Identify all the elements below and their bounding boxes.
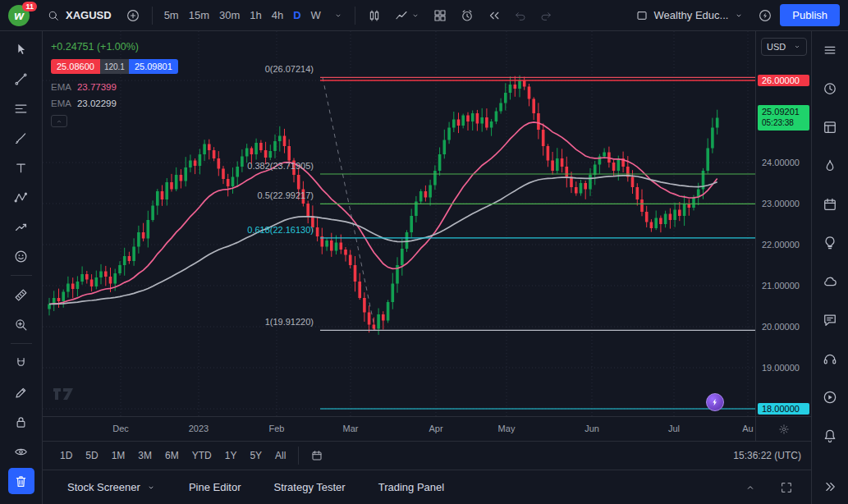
buy-price-button[interactable]: 25.09801: [129, 59, 178, 74]
interval-menu-button[interactable]: [328, 7, 348, 25]
tool-drawing-mode[interactable]: [8, 379, 34, 405]
tab-stock-screener[interactable]: Stock Screener: [67, 481, 156, 493]
toolbar-separator: [11, 275, 32, 276]
time-axis[interactable]: Dec2023FebMarAprMayJunJulAu: [43, 416, 811, 441]
tool-emoji[interactable]: [8, 243, 34, 269]
app-logo[interactable]: w 11: [8, 4, 34, 27]
redo-button[interactable]: [534, 5, 557, 26]
indicator-legend-ema-1[interactable]: EMA 23.77399: [51, 82, 178, 92]
sidebar-notifications-button[interactable]: [821, 427, 839, 445]
xabcd-icon: [13, 190, 29, 205]
tool-trend-line[interactable]: [8, 66, 34, 92]
range-6m[interactable]: 6M: [159, 447, 185, 465]
chevron-down-icon: [410, 11, 420, 21]
sidebar-calendar-button[interactable]: [821, 195, 839, 213]
toolbar-separator: [152, 7, 153, 25]
indicator-label: EMA: [51, 99, 71, 108]
undo-icon: [514, 9, 527, 22]
tool-zoom[interactable]: [8, 311, 34, 337]
range-1m[interactable]: 1M: [106, 447, 131, 465]
tool-remove-drawings[interactable]: [8, 468, 34, 494]
tab-label: Pine Editor: [189, 481, 241, 493]
range-ytd[interactable]: YTD: [186, 447, 218, 465]
tool-forecast[interactable]: [8, 213, 34, 240]
panel-icon: [822, 119, 838, 135]
compare-add-button[interactable]: [121, 4, 145, 27]
chart-style-button[interactable]: [362, 4, 387, 27]
range-1y[interactable]: 1Y: [219, 447, 243, 465]
go-to-date-button[interactable]: [305, 445, 328, 466]
forecast-icon: [13, 219, 29, 235]
range-5d[interactable]: 5D: [80, 447, 103, 465]
replay-button[interactable]: [482, 4, 507, 27]
bell-icon: [822, 428, 838, 444]
tab-trading-panel[interactable]: Trading Panel: [378, 481, 444, 493]
layout-grid-button[interactable]: [428, 4, 452, 27]
timeframe-D[interactable]: D: [288, 6, 305, 25]
layout-select[interactable]: Wealthy Educ...: [629, 6, 751, 25]
time-axis-label: Jun: [574, 424, 610, 433]
sidebar-hotlists-button[interactable]: [821, 157, 839, 175]
tool-text[interactable]: [8, 154, 34, 181]
tab-label: Strategy Tester: [273, 481, 345, 493]
range-buttons: 1D5D1M3M6MYTD1Y5YAll: [54, 447, 291, 465]
range-1d[interactable]: 1D: [54, 447, 78, 465]
tool-brush[interactable]: [8, 125, 34, 151]
layout-name: Wealthy Educ...: [654, 9, 729, 21]
price-scale[interactable]: USD 24.0000023.0000022.0000021.0000020.0…: [755, 31, 811, 416]
tab-pine-editor[interactable]: Pine Editor: [189, 481, 241, 493]
publish-button[interactable]: Publish: [780, 4, 840, 26]
panel-collapse-button[interactable]: [739, 477, 762, 498]
sidebar-ideas-button[interactable]: [821, 234, 839, 252]
tool-cursor[interactable]: [8, 36, 34, 62]
sell-price-button[interactable]: 25.08600: [51, 59, 100, 74]
tool-lock-drawings[interactable]: [8, 409, 34, 435]
legend-collapse-button[interactable]: [51, 115, 67, 127]
tab-strategy-tester[interactable]: Strategy Tester: [273, 481, 345, 493]
timeframe-4h[interactable]: 4h: [267, 6, 288, 25]
undo-button[interactable]: [509, 5, 532, 26]
indicator-value: 23.02299: [77, 99, 117, 108]
timeframe-15m[interactable]: 15m: [184, 6, 214, 25]
timeframe-W[interactable]: W: [306, 6, 326, 25]
indicator-legend-ema-2[interactable]: EMA 23.02299: [51, 99, 178, 108]
boost-badge[interactable]: [706, 393, 724, 411]
sidebar-streams-button[interactable]: [821, 388, 839, 406]
indicator-value: 23.77399: [77, 82, 117, 92]
panel-maximize-button[interactable]: [775, 477, 798, 498]
chart-pane[interactable]: 0(26.07214)0.382(23.71905)0.5(22.99217)0…: [43, 31, 755, 416]
indicators-button[interactable]: [389, 4, 425, 27]
timeframe-30m[interactable]: 30m: [214, 6, 245, 25]
symbol-search-button[interactable]: XAGUSD: [40, 6, 118, 25]
timeframe-1h[interactable]: 1h: [245, 6, 266, 25]
range-5y[interactable]: 5Y: [244, 447, 268, 465]
boost-button[interactable]: [753, 4, 777, 27]
clock-display[interactable]: 15:36:22 (UTC): [733, 450, 801, 461]
sidebar-comments-button[interactable]: [821, 311, 839, 329]
chevron-up-icon: [55, 117, 63, 126]
sidebar-support-button[interactable]: [821, 350, 839, 368]
sidebar-minds-button[interactable]: [821, 273, 839, 291]
alert-button[interactable]: [455, 4, 479, 27]
range-3m[interactable]: 3M: [132, 447, 158, 465]
currency-selector[interactable]: USD: [761, 38, 807, 56]
chevron-down-icon: [146, 483, 156, 493]
sidebar-data-window-button[interactable]: [821, 118, 839, 136]
range-all[interactable]: All: [269, 447, 291, 465]
timeframe-5m[interactable]: 5m: [159, 6, 184, 25]
gear-icon: [778, 424, 790, 435]
left-toolbar: [0, 31, 43, 504]
tool-magnet[interactable]: [8, 350, 34, 376]
tool-xabcd-pattern[interactable]: [8, 184, 34, 210]
axis-settings-corner[interactable]: [755, 417, 811, 442]
sidebar-collapse-button[interactable]: [821, 478, 839, 496]
tool-fib-retracement[interactable]: [8, 95, 34, 121]
sidebar-alerts-button[interactable]: [821, 80, 839, 98]
chevron-up-icon: [744, 481, 757, 494]
quote-panel: 25.08600 120.1 25.09801: [51, 59, 178, 74]
sidebar-watchlist-button[interactable]: [821, 41, 839, 59]
play-icon: [822, 389, 838, 405]
tool-hide-drawings[interactable]: [8, 438, 34, 465]
tool-measure[interactable]: [8, 282, 34, 308]
bottom-panel: Stock ScreenerPine EditorStrategy Tester…: [43, 470, 811, 504]
